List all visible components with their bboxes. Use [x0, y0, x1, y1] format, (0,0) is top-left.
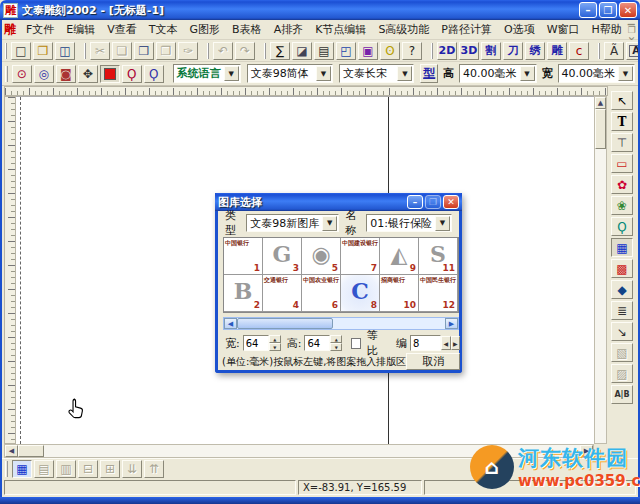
open-icon[interactable]: ❐ — [33, 42, 53, 60]
gallery-item-1[interactable]: 中国银行1 — [224, 238, 263, 275]
mode-3d-button[interactable]: 3D — [459, 42, 479, 60]
scroll-up-icon[interactable]: ▲ — [595, 97, 606, 109]
engrave-color-icon[interactable]: c — [569, 42, 589, 60]
clipart-edit-tool[interactable]: ❀ — [611, 196, 633, 215]
toolbar-gripper[interactable] — [5, 66, 8, 82]
menu-item-1[interactable]: E编辑 — [60, 20, 101, 39]
zoom-object-tool[interactable]: Ϙ — [611, 217, 633, 236]
chevron-down-icon[interactable]: ▼ — [316, 66, 331, 81]
language-combo[interactable]: 系统语言 ▼ — [173, 64, 241, 83]
gallery-item-9[interactable]: ◭9 — [380, 238, 419, 275]
engrave-mode-button[interactable]: 雕 — [547, 42, 567, 60]
gallery-item-7[interactable]: 中国建设银行7 — [341, 238, 380, 275]
scroll-right-icon[interactable]: ▶ — [580, 445, 593, 457]
scroll-right-icon[interactable]: ▶ — [445, 318, 458, 329]
text-edit-tool[interactable]: ⊤ — [611, 133, 633, 152]
chevron-down-icon[interactable]: ▼ — [224, 66, 239, 81]
menu-item-2[interactable]: V查看 — [101, 20, 143, 39]
knife-mode-button[interactable]: 刀 — [503, 42, 523, 60]
text-tool[interactable]: T — [611, 112, 633, 131]
rect-tool[interactable]: ▭ — [611, 154, 633, 173]
menu-item-5[interactable]: B表格 — [226, 20, 268, 39]
zoom-selected-icon[interactable]: ⊙ — [12, 65, 32, 83]
cancel-button[interactable]: 取消 — [406, 353, 460, 370]
index-next-icon[interactable]: ▶ — [451, 336, 460, 350]
font-type-button[interactable]: 型 — [420, 64, 438, 83]
menu-item-8[interactable]: S高级功能 — [372, 20, 435, 39]
table-tool[interactable]: ▦ — [611, 238, 633, 257]
color-swatch[interactable] — [100, 65, 120, 83]
width-combo[interactable]: 40.00毫米 ▼ — [558, 64, 636, 83]
print-preview-icon[interactable]: ◰ — [336, 42, 356, 60]
gallery-item-3[interactable]: G3 — [263, 238, 302, 275]
menu-item-0[interactable]: F文件 — [20, 20, 60, 39]
dialog-titlebar[interactable]: 图库选择 – ❐ ✕ — [215, 193, 462, 211]
zoom-rect-icon[interactable]: ◙ — [56, 65, 76, 83]
scroll-left-icon[interactable]: ◀ — [5, 445, 18, 457]
node-arrow-tool[interactable]: ↘ — [611, 322, 633, 341]
cut-mode-button[interactable]: 割 — [481, 42, 501, 60]
gallery-item-6[interactable]: 中国农业银行6 — [302, 275, 341, 312]
save-icon[interactable]: ◫ — [55, 42, 75, 60]
emboss-mode-button[interactable]: 绣 — [525, 42, 545, 60]
menu-item-11[interactable]: W窗口 — [541, 20, 586, 39]
horizontal-scroll-thumb[interactable] — [18, 445, 44, 457]
fill-tool[interactable]: ◆ — [611, 280, 633, 299]
scroll-left-icon[interactable]: ◀ — [224, 318, 237, 329]
gallery-item-8[interactable]: C8 — [341, 275, 380, 312]
height-spinner[interactable]: ▲▼ — [330, 335, 342, 351]
minimize-button[interactable]: – — [579, 2, 597, 18]
print-icon[interactable]: ▤ — [314, 42, 334, 60]
clipart-tool[interactable]: ✿ — [611, 175, 633, 194]
height-combo[interactable]: 40.00毫米 ▼ — [459, 64, 537, 83]
chevron-down-icon[interactable]: ▼ — [322, 216, 337, 231]
pan-icon[interactable]: ✥ — [78, 65, 98, 83]
menu-item-3[interactable]: T文本 — [143, 20, 184, 39]
mode-2d-button[interactable]: 2D — [437, 42, 457, 60]
gallery-type-combo[interactable]: 文泰98新图库 ▼ — [246, 214, 339, 232]
toolbar-gripper[interactable] — [5, 43, 7, 59]
help-icon[interactable]: ? — [402, 42, 422, 60]
width-spinner[interactable]: ▲▼ — [269, 335, 281, 351]
chevron-down-icon[interactable]: ▼ — [618, 66, 633, 81]
gallery-scroll-thumb[interactable] — [237, 318, 333, 329]
new-icon[interactable]: □ — [11, 42, 31, 60]
menu-item-10[interactable]: O选项 — [498, 20, 541, 39]
library-icon[interactable]: ▣ — [358, 42, 378, 60]
zoom-in-icon[interactable]: Ϙ — [144, 65, 164, 83]
gallery-item-5[interactable]: ◉5 — [302, 238, 341, 275]
horizontal-scrollbar[interactable]: ◀ ▶ — [4, 444, 594, 458]
zoom-page-icon[interactable]: ◎ — [34, 65, 54, 83]
color-palette-tool[interactable]: ▩ — [611, 259, 633, 278]
chevron-down-icon[interactable]: ▼ — [397, 66, 412, 81]
index-input[interactable]: 8 — [410, 335, 441, 351]
ab-compare-tool[interactable]: A|B — [611, 385, 633, 404]
gallery-item-4[interactable]: 交通银行4 — [263, 275, 302, 312]
select-tool[interactable]: ↖ — [611, 91, 633, 110]
gallery-item-11[interactable]: S11 — [419, 238, 458, 275]
gallery-item-2[interactable]: B2 — [224, 275, 263, 312]
menu-item-12[interactable]: H帮助 — [586, 20, 628, 39]
maximize-button[interactable]: ❐ — [599, 2, 617, 18]
menu-item-7[interactable]: K节点编辑 — [309, 20, 372, 39]
dialog-close-button[interactable]: ✕ — [443, 195, 459, 209]
gallery-scrollbar[interactable]: ◀ ▶ — [223, 317, 459, 330]
text-curve-icon[interactable]: Ã — [604, 42, 624, 60]
index-prev-icon[interactable]: ◀ — [441, 336, 450, 350]
font2-combo[interactable]: 文泰长宋 ▼ — [339, 64, 414, 83]
paste-icon[interactable]: ❒ — [134, 42, 154, 60]
dialog-minimize-button[interactable]: – — [407, 195, 423, 209]
item-height-input[interactable]: 64 — [304, 335, 330, 351]
equal-ratio-checkbox[interactable] — [351, 338, 360, 349]
menu-item-6[interactable]: A排齐 — [268, 20, 310, 39]
zoom-out-icon[interactable]: Ϙ — [122, 65, 142, 83]
menu-item-9[interactable]: P路径计算 — [435, 20, 498, 39]
scan-icon[interactable]: ∑ — [270, 42, 290, 60]
chevron-down-icon[interactable]: ▼ — [520, 66, 535, 81]
chevron-down-icon[interactable]: ▼ — [435, 216, 450, 231]
menu-item-4[interactable]: G图形 — [184, 20, 227, 39]
gallery-name-combo[interactable]: 01:银行保险 ▼ — [366, 214, 452, 232]
font-combo[interactable]: 文泰98简体 ▼ — [247, 64, 333, 83]
gallery-item-10[interactable]: 招商银行10 — [380, 275, 419, 312]
plate-icon[interactable]: ◪ — [292, 42, 312, 60]
